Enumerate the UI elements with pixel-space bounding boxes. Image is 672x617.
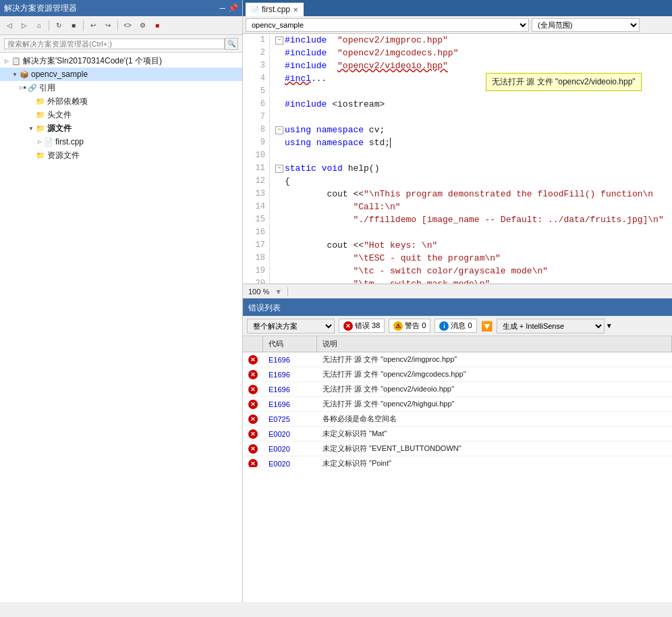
references-arrow: ▷■ bbox=[19, 85, 27, 90]
tree-item-opencv-sample[interactable]: ▼ 📦 opencv_sample bbox=[0, 68, 242, 81]
error-row-6[interactable]: ✕ E0020 未定义标识符 "Mat" bbox=[243, 427, 672, 441]
error-toolbar: 整个解决方案 ✕ 错误 38 ⚠ 警告 0 i 消息 0 🔽 生成 + Inte… bbox=[243, 316, 672, 336]
error-col-code-header[interactable]: 代码 bbox=[263, 336, 317, 352]
error-col-desc-header[interactable]: 说明 bbox=[317, 336, 672, 352]
error-code-3: E1696 bbox=[263, 385, 317, 394]
pin-icon[interactable]: ─ bbox=[219, 3, 225, 13]
code-line-16[interactable] bbox=[275, 226, 672, 239]
zoom-icon: ▼ bbox=[275, 288, 282, 296]
warning-count-badge[interactable]: ⚠ 警告 0 bbox=[389, 319, 430, 333]
sources-label: 源文件 bbox=[47, 123, 72, 134]
stop-button[interactable]: ■ bbox=[67, 19, 80, 32]
code-line-11[interactable]: − static void help() bbox=[275, 162, 672, 175]
error-count-badge[interactable]: ✕ 错误 38 bbox=[339, 319, 385, 333]
error-row-5[interactable]: ✕ E0725 各称必须是命名空间名 bbox=[243, 412, 672, 427]
error-row-3[interactable]: ✕ E1696 无法打开 源 文件 "opencv2/videoio.hpp" bbox=[243, 382, 672, 397]
error-row-8[interactable]: ✕ E0020 未定义标识符 "Point" bbox=[243, 456, 672, 467]
code-line-14[interactable]: "Call:\n" bbox=[275, 200, 672, 213]
error-desc-4: 无法打开 源 文件 "opencv2/highgui.hpp" bbox=[317, 399, 672, 409]
code-line-17[interactable]: cout << "Hot keys: \n" bbox=[275, 239, 672, 252]
tree-item-ext-deps[interactable]: 📁 外部依赖项 bbox=[0, 95, 242, 108]
error-icon-4: ✕ bbox=[248, 400, 258, 409]
redo-button[interactable]: ↪ bbox=[101, 19, 115, 32]
code-line-9[interactable]: using namespace std; bbox=[275, 136, 672, 149]
symbol-dropdown[interactable]: (全局范围) bbox=[532, 18, 640, 32]
line-num-7: 7 bbox=[243, 111, 269, 124]
line-num-5: 5 bbox=[243, 85, 269, 98]
code-line-12[interactable]: { bbox=[275, 175, 672, 188]
code-line-2[interactable]: #include "opencv2/imgcodecs.hpp" bbox=[275, 47, 672, 59]
tree-item-headers[interactable]: 📁 头文件 bbox=[0, 108, 242, 122]
code-line-15[interactable]: "./ffilldemo [image_name -- Default: ../… bbox=[275, 213, 672, 226]
tree-item-first-cpp[interactable]: ▷ 📄 first.cpp bbox=[0, 135, 242, 149]
pin-icon2[interactable]: 📌 bbox=[228, 3, 238, 13]
solution-explorer-toolbar: ◁ ▷ ⌂ ↻ ■ ↩ ↪ <> ⚙ ■ bbox=[0, 16, 242, 35]
line-num-11: 11 bbox=[243, 162, 269, 175]
col-code-label: 代码 bbox=[269, 339, 283, 349]
solution-label: 解决方案'Sln20170314Code'(1 个项目) bbox=[23, 55, 162, 67]
headers-label: 头文件 bbox=[47, 109, 72, 121]
tree-item-references[interactable]: ▷■ 🔗 引用 bbox=[0, 81, 242, 95]
code-line-1[interactable]: − #include "opencv2/imgproc.hpp" bbox=[275, 34, 672, 47]
home-button[interactable]: ⌂ bbox=[32, 19, 46, 32]
code-std: std; bbox=[369, 136, 396, 149]
error-panel: 错误列表 整个解决方案 ✕ 错误 38 ⚠ 警告 0 i 消息 0 bbox=[243, 298, 672, 467]
error-filter-dropdown[interactable]: 整个解决方案 bbox=[247, 319, 335, 333]
error-check-6: ✕ bbox=[243, 429, 263, 439]
expand-btn-1[interactable]: − bbox=[275, 36, 283, 45]
search-input[interactable] bbox=[4, 38, 225, 49]
error-row-2[interactable]: ✕ E1696 无法打开 源 文件 "opencv2/imgcodecs.hpp… bbox=[243, 367, 672, 382]
code-button[interactable]: <> bbox=[121, 19, 134, 32]
line-num-2: 2 bbox=[243, 47, 269, 59]
tab-first-cpp[interactable]: 📄 first.cpp ✕ bbox=[246, 3, 304, 16]
code-space-3 bbox=[327, 59, 337, 72]
expand-btn-8[interactable]: − bbox=[275, 126, 283, 134]
line-num-20: 20 bbox=[243, 277, 269, 284]
error-icon-7: ✕ bbox=[248, 444, 258, 454]
tree-item-sources[interactable]: ▼ 📁 源文件 bbox=[0, 122, 242, 135]
code-line-19[interactable]: "\tc - switch color/grayscale mode\n" bbox=[275, 265, 672, 277]
code-line-18[interactable]: "\tESC - quit the program\n" bbox=[275, 252, 672, 265]
line-num-19: 19 bbox=[243, 265, 269, 277]
tree-item-solution[interactable]: ▷ 📋 解决方案'Sln20170314Code'(1 个项目) bbox=[0, 54, 242, 68]
tree-item-resources[interactable]: 📁 资源文件 bbox=[0, 149, 242, 162]
tab-close-button[interactable]: ✕ bbox=[293, 6, 298, 14]
stop-btn2[interactable]: ■ bbox=[150, 19, 164, 32]
forward-button[interactable]: ▷ bbox=[18, 19, 31, 32]
keyword-static: static bbox=[285, 162, 316, 175]
code-line-10[interactable] bbox=[275, 149, 672, 162]
code-line-8[interactable]: − using namespace cv; bbox=[275, 124, 672, 136]
build-dropdown-arrow[interactable]: ▼ bbox=[606, 322, 613, 329]
keyword-include-1: #include bbox=[285, 34, 327, 47]
first-cpp-arrow: ▷ bbox=[35, 139, 43, 144]
message-count-badge[interactable]: i 消息 0 bbox=[435, 319, 476, 333]
keyword-using-8: using bbox=[285, 124, 311, 136]
code-content[interactable]: 无法打开 源 文件 "opencv2/videoio.hpp" − #inclu… bbox=[270, 34, 672, 284]
line-num-6: 6 bbox=[243, 98, 269, 111]
back-button[interactable]: ◁ bbox=[3, 19, 16, 32]
filter-icon: 🔽 bbox=[481, 321, 493, 331]
undo-button[interactable]: ↩ bbox=[86, 19, 100, 32]
error-row-7[interactable]: ✕ E0020 未定义标识符 "EVENT_LBUTTONDOWN" bbox=[243, 441, 672, 456]
code-line-7[interactable] bbox=[275, 111, 672, 124]
search-button[interactable]: 🔍 bbox=[225, 38, 238, 50]
code-space-6 bbox=[327, 98, 332, 111]
solution-icon: 📋 bbox=[11, 57, 22, 65]
scope-dropdown[interactable]: opencv_sample bbox=[246, 18, 529, 32]
code-line-13[interactable]: cout << "\nThis program demonstrated the… bbox=[275, 188, 672, 200]
error-badge-icon: ✕ bbox=[343, 321, 353, 331]
code-line-6[interactable]: #include <iostream> bbox=[275, 98, 672, 111]
expand-btn-11[interactable]: − bbox=[275, 165, 283, 173]
code-line-3[interactable]: #include "opencv2/videoio.hpp" bbox=[275, 59, 672, 72]
keyword-void: void bbox=[322, 162, 343, 175]
code-line-20[interactable]: "\tm - switch mask mode\n" bbox=[275, 277, 672, 284]
settings-button[interactable]: ⚙ bbox=[136, 19, 149, 32]
error-col-check bbox=[243, 336, 263, 352]
references-label: 引用 bbox=[39, 82, 55, 94]
build-dropdown[interactable]: 生成 + IntelliSense bbox=[497, 319, 605, 333]
error-code-2: E1696 bbox=[263, 371, 317, 379]
refresh-button[interactable]: ↻ bbox=[52, 19, 65, 32]
zoom-level[interactable]: 100 % bbox=[248, 288, 269, 296]
error-row-1[interactable]: ✕ E1696 无法打开 源 文件 "opencv2/imgproc.hpp" bbox=[243, 352, 672, 367]
error-row-4[interactable]: ✕ E1696 无法打开 源 文件 "opencv2/highgui.hpp" bbox=[243, 397, 672, 412]
